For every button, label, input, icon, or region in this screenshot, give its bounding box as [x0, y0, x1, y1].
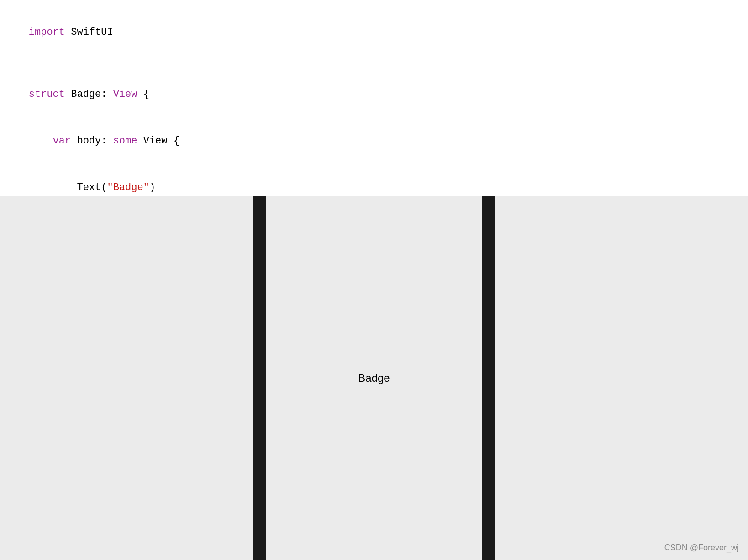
- code-line-import: import SwiftUI: [5, 9, 748, 56]
- keyword-some-1: some: [113, 135, 137, 147]
- phone-content: Badge: [253, 196, 495, 560]
- keyword-import: import: [29, 26, 65, 38]
- keyword-struct-1: struct: [29, 89, 65, 100]
- editor-section: import SwiftUI struct Badge: View { var …: [0, 0, 748, 196]
- watermark: CSDN @Forever_wj: [664, 543, 739, 553]
- keyword-view-1: View: [113, 89, 137, 100]
- phone-side-bar-right: [482, 196, 495, 560]
- empty-line-1: [5, 56, 748, 71]
- code-line-struct-badge: struct Badge: View {: [5, 71, 748, 118]
- keyword-var-1: var: [53, 135, 71, 147]
- phone-side-bar-left: [253, 196, 266, 560]
- badge-preview-text: Badge: [358, 372, 390, 385]
- code-line-var-body: var body: some View {: [5, 118, 748, 164]
- string-badge: "Badge": [107, 182, 149, 193]
- phone-frame: Badge: [253, 196, 495, 560]
- preview-section: Badge CSDN @Forever_wj: [0, 196, 748, 560]
